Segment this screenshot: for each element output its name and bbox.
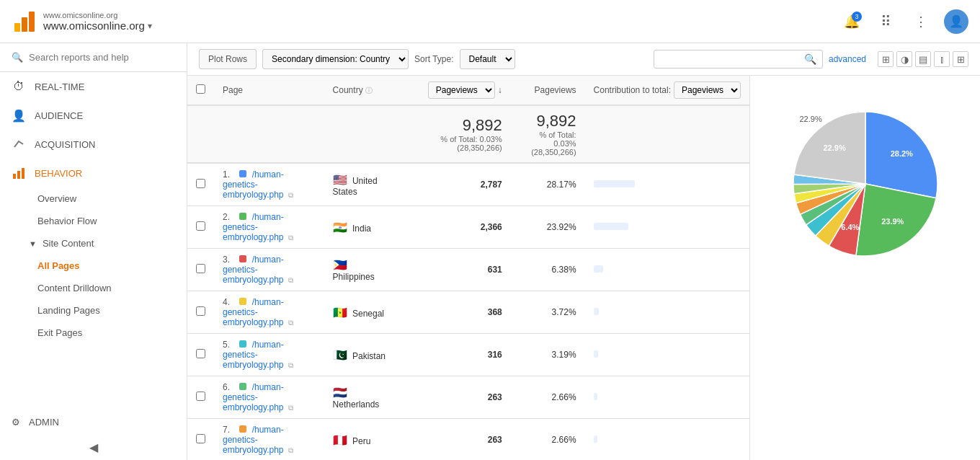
dropdown-arrow[interactable]: ▾: [148, 21, 152, 31]
realtime-icon: ⏱: [12, 79, 26, 94]
pivot-view-button[interactable]: ⊞: [953, 51, 968, 67]
row-checkbox-6[interactable]: [196, 434, 205, 443]
secondary-dimension-select[interactable]: Secondary dimension: Country: [262, 49, 409, 69]
row-checkbox-1[interactable]: [196, 221, 205, 231]
total-row: 9,892 % of Total: 0.03% (28,350,266) 9,8…: [187, 105, 749, 163]
sidebar-item-landing-pages[interactable]: Landing Pages: [0, 299, 187, 322]
page-cell-3: 4. /human-genetics-embryology.php ⧉: [214, 291, 324, 334]
sidebar-item-all-pages[interactable]: All Pages: [0, 255, 187, 277]
sidebar-acquisition-label: ACQUISITION: [35, 139, 96, 150]
plot-rows-button[interactable]: Plot Rows: [199, 49, 257, 69]
contribution-cell-1: [585, 206, 749, 249]
external-link-icon-6[interactable]: ⧉: [288, 446, 293, 454]
table-row: 3. /human-genetics-embryology.php ⧉ 🇵🇭 P…: [187, 249, 749, 291]
grid-view-button[interactable]: ⊞: [878, 51, 894, 67]
row-number-4: 5.: [223, 340, 237, 350]
behavior-subnav: Overview Behavior Flow ▼ Site Content Al…: [0, 187, 187, 344]
metric-select[interactable]: Pageviews: [428, 81, 495, 99]
row-checkbox-5[interactable]: [196, 392, 205, 401]
sidebar-item-exit-pages[interactable]: Exit Pages: [0, 322, 187, 344]
search-input[interactable]: [29, 52, 175, 63]
pageviews-metric-cell-1: 2,366: [396, 206, 511, 249]
external-link-icon-4[interactable]: ⧉: [288, 361, 293, 369]
sidebar-item-admin[interactable]: ⚙ ADMIN: [0, 410, 187, 435]
apps-grid-button[interactable]: ⠿: [875, 10, 898, 33]
pie-label-10: 22.9%: [823, 143, 845, 152]
admin-icon: ⚙: [12, 417, 20, 428]
sidebar-item-behavior[interactable]: BEHAVIOR: [0, 159, 187, 187]
advanced-link[interactable]: advanced: [829, 54, 866, 64]
external-link-icon-5[interactable]: ⧉: [288, 404, 293, 412]
sidebar-item-realtime[interactable]: ⏱ REAL-TIME: [0, 72, 187, 101]
pageviews-cell-3: 3.72%: [511, 291, 585, 334]
svg-rect-5: [22, 168, 24, 179]
user-avatar[interactable]: 👤: [944, 9, 968, 34]
site-url-small: www.omicsonline.org: [43, 11, 152, 19]
row-indicator-1: [239, 213, 246, 220]
total-pageviews-metric: 9,892 % of Total: 0.03% (28,350,266): [396, 105, 511, 163]
flag-0: 🇺🇸: [333, 174, 347, 186]
contribution-cell-2: [585, 249, 749, 291]
sidebar-item-behavior-flow[interactable]: Behavior Flow: [0, 210, 187, 232]
country-name-2: Philippines: [333, 272, 375, 282]
bar-view-button[interactable]: ▤: [915, 51, 931, 67]
acquisition-icon: [12, 137, 26, 151]
external-link-icon-2[interactable]: ⧉: [288, 276, 293, 284]
pageviews-cell-4: 3.19%: [511, 334, 585, 376]
sidebar-item-overview[interactable]: Overview: [0, 187, 187, 210]
avatar-icon: 👤: [949, 14, 963, 28]
country-column-header: Country ⓘ: [324, 76, 396, 105]
notification-bell[interactable]: 🔔 3: [840, 10, 863, 33]
country-name-4: Pakistan: [352, 351, 386, 361]
external-link-icon-0[interactable]: ⧉: [288, 191, 293, 199]
sidebar-item-acquisition[interactable]: ACQUISITION: [0, 130, 187, 159]
table-search-input[interactable]: [660, 54, 804, 64]
row-number-5: 6.: [223, 382, 237, 392]
row-checkbox-3[interactable]: [196, 306, 205, 316]
pie-label-2: 6.4%: [841, 223, 859, 231]
site-content-header[interactable]: ▼ Site Content: [0, 232, 187, 255]
data-table: Page Country ⓘ Pageviews: [187, 76, 749, 460]
pie-other-label: 22.9%: [799, 115, 821, 123]
pageviews-cell-5: 2.66%: [511, 376, 585, 419]
content-area: Plot Rows Secondary dimension: Country S…: [187, 43, 980, 460]
row-indicator-3: [239, 298, 246, 305]
more-options-button[interactable]: ⋮: [909, 10, 932, 33]
chart-section: 28.2%23.9%6.4%22.9%22.9%: [749, 76, 980, 460]
table-row: 4. /human-genetics-embryology.php ⧉ 🇸🇳 S…: [187, 291, 749, 334]
pageviews-metric-cell-4: 316: [396, 334, 511, 376]
sidebar-realtime-label: REAL-TIME: [35, 81, 84, 92]
pageviews-cell-2: 6.38%: [511, 249, 585, 291]
logo-area: www.omicsonline.org www.omicsonline.org …: [12, 9, 152, 35]
external-link-icon-3[interactable]: ⧉: [288, 319, 293, 327]
select-all-checkbox[interactable]: [196, 84, 205, 94]
row-indicator-6: [239, 425, 246, 433]
contribution-metric-select[interactable]: Pageviews: [674, 81, 741, 99]
page-cell-6: 7. /human-genetics-embryology.php ⧉: [214, 419, 324, 461]
comparison-view-button[interactable]: ⫿: [934, 51, 950, 67]
pie-chart-container: 28.2%23.9%6.4%22.9%22.9%: [750, 76, 980, 292]
row-checkbox-0[interactable]: [196, 179, 205, 188]
row-checkbox-4[interactable]: [196, 349, 205, 358]
sidebar-item-audience[interactable]: 👤 AUDIENCE: [0, 101, 187, 130]
flag-6: 🇵🇪: [333, 434, 347, 446]
table-search-box[interactable]: 🔍: [654, 50, 823, 68]
sidebar-search-container[interactable]: 🔍: [0, 43, 187, 72]
sort-type-select[interactable]: Default: [460, 49, 515, 69]
country-name-5: Netherlands: [333, 399, 380, 410]
table-search-icon: 🔍: [804, 53, 816, 65]
row-checkbox-2[interactable]: [196, 264, 205, 273]
dots-icon: ⋮: [914, 14, 927, 30]
country-cell-5: 🇳🇱 Netherlands: [324, 376, 396, 419]
pie-view-button[interactable]: ◑: [896, 51, 912, 67]
table-chart-container: Page Country ⓘ Pageviews: [187, 76, 980, 460]
sidebar-item-content-drilldown[interactable]: Content Drilldown: [0, 277, 187, 299]
analytics-logo: [12, 9, 37, 35]
sidebar-behavior-label: BEHAVIOR: [35, 168, 82, 179]
top-header: www.omicsonline.org www.omicsonline.org …: [0, 0, 980, 43]
svg-rect-4: [17, 171, 20, 179]
external-link-icon-1[interactable]: ⧉: [288, 234, 293, 242]
sidebar-collapse-button[interactable]: ◀: [0, 435, 187, 460]
pageviews-metric-header[interactable]: Pageviews ↓: [396, 76, 511, 105]
search-icon: 🔍: [12, 52, 23, 63]
